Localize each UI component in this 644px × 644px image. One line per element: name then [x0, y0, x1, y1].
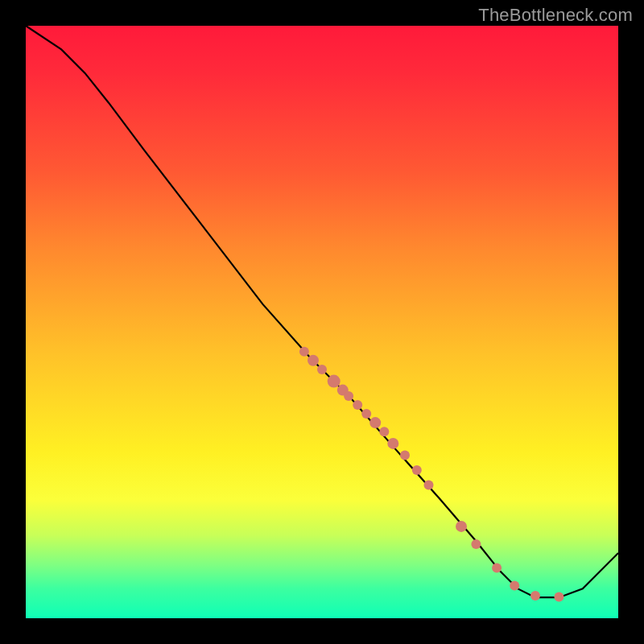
data-points-group	[299, 347, 564, 602]
data-point	[492, 563, 502, 572]
data-point	[328, 375, 341, 388]
chart-svg	[26, 26, 618, 618]
chart-frame: TheBottleneck.com	[0, 0, 644, 644]
data-point	[361, 409, 371, 419]
data-point	[530, 591, 540, 601]
data-point	[456, 521, 467, 532]
data-point	[344, 391, 353, 401]
data-point	[299, 347, 309, 357]
data-point	[317, 365, 327, 374]
data-point	[554, 592, 564, 602]
data-point	[412, 465, 422, 475]
watermark-text: TheBottleneck.com	[478, 5, 633, 26]
data-point	[308, 355, 319, 366]
data-point	[387, 438, 398, 449]
data-point	[510, 581, 519, 591]
chart-plot-area	[26, 26, 618, 618]
data-point	[400, 451, 410, 460]
data-point	[471, 539, 481, 549]
bottleneck-curve	[26, 26, 618, 597]
data-point	[353, 400, 362, 410]
data-point	[424, 480, 434, 489]
data-point	[369, 417, 381, 428]
data-point	[379, 427, 389, 436]
